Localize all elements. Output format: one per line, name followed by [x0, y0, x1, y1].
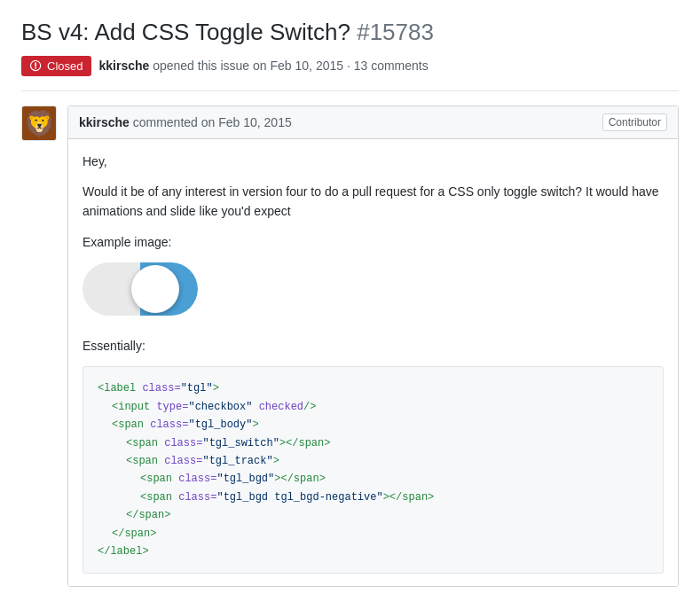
- example-label: Example image:: [83, 232, 664, 252]
- comment-line-1: Hey,: [83, 152, 664, 171]
- toggle-switch: ✓: [83, 262, 198, 316]
- code-line-9: </span>: [98, 525, 649, 543]
- comment-line-2: Would it be of any interest in version f…: [83, 182, 664, 222]
- code-line-4: <span class="tgl_switch"></span>: [98, 434, 649, 452]
- code-line-1: <label class="tgl">: [98, 379, 649, 397]
- code-line-6: <span class="tgl_bgd"></span>: [98, 470, 649, 488]
- code-line-10: </label>: [98, 543, 649, 560]
- issue-meta-bar: Closed kkirsche opened this issue on Feb…: [21, 56, 679, 91]
- issue-number: #15783: [357, 19, 434, 45]
- closed-icon: [30, 59, 43, 72]
- code-line-8: </span>: [98, 506, 649, 524]
- issue-meta-text: kkirsche opened this issue on Feb 10, 20…: [98, 59, 428, 73]
- toggle-knob: [131, 265, 179, 313]
- comment-box: kkirsche commented on Feb 10, 2015 Contr…: [67, 106, 679, 588]
- essentially-label: Essentially:: [83, 336, 664, 356]
- code-line-7: <span class="tgl_bgd tgl_bgd-negative"><…: [98, 488, 649, 506]
- issue-date: Feb 10, 2015: [271, 59, 344, 73]
- issue-title: BS v4: Add CSS Toggle Switch?: [21, 19, 350, 45]
- comment-thread: kkirsche commented on Feb 10, 2015 Contr…: [21, 106, 679, 588]
- comment-header-left: kkirsche commented on Feb 10, 2015: [79, 115, 292, 129]
- commenter-name[interactable]: kkirsche: [79, 115, 130, 129]
- avatar: [21, 106, 57, 141]
- status-badge: Closed: [21, 56, 91, 76]
- avatar-image: [22, 106, 56, 140]
- code-line-5: <span class="tgl_track">: [98, 452, 649, 470]
- page-title: BS v4: Add CSS Toggle Switch? #15783: [21, 18, 679, 47]
- code-line-2: <input type="checkbox" checked/>: [98, 398, 649, 416]
- comment-date: Feb 10, 2015: [218, 115, 292, 129]
- issue-author-link[interactable]: kkirsche: [98, 59, 149, 73]
- toggle-image-container: ✓: [83, 262, 664, 318]
- code-line-3: <span class="tgl_body">: [98, 416, 649, 434]
- code-block: <label class="tgl"> <input type="checkbo…: [83, 366, 664, 574]
- comment-body: Hey, Would it be of any interest in vers…: [68, 139, 678, 587]
- comments-count: 13 comments: [354, 59, 429, 73]
- contributor-badge: Contributor: [602, 113, 667, 131]
- status-label: Closed: [47, 59, 83, 73]
- comment-header: kkirsche commented on Feb 10, 2015 Contr…: [68, 106, 678, 139]
